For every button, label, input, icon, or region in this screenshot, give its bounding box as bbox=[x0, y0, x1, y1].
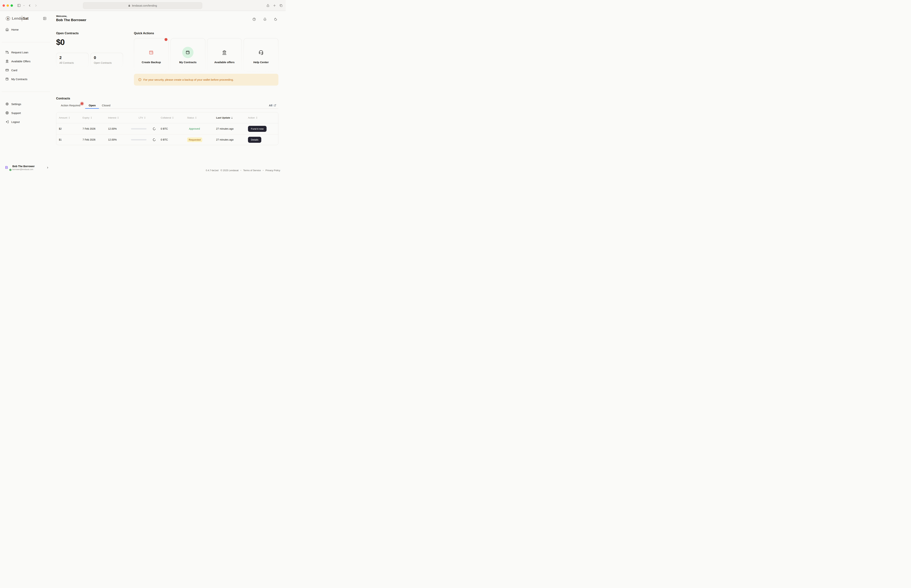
quick-action-label: Help Center bbox=[244, 61, 278, 64]
cell-amount: $2 bbox=[56, 127, 80, 130]
bank-icon bbox=[207, 47, 242, 58]
new-tab-icon[interactable] bbox=[273, 4, 276, 7]
open-contracts-total: $0 bbox=[56, 37, 127, 47]
sidebar-item-request-loan[interactable]: Request Loan bbox=[5, 50, 47, 54]
back-button[interactable] bbox=[28, 4, 31, 7]
sidebar-divider bbox=[2, 42, 50, 42]
details-button[interactable]: Details bbox=[248, 137, 261, 143]
sidebar-item-available-offers[interactable]: Available Offers bbox=[5, 59, 47, 63]
ltv-progress-bar bbox=[131, 128, 147, 129]
verified-badge-icon bbox=[9, 169, 12, 171]
stat-value: 2 bbox=[60, 55, 88, 60]
zoom-window-button[interactable] bbox=[11, 4, 13, 7]
chevron-right-icon bbox=[46, 166, 49, 169]
headset-icon bbox=[244, 47, 278, 58]
tab-open[interactable]: Open bbox=[89, 104, 95, 107]
sidebar-collapse-icon[interactable] bbox=[43, 17, 47, 20]
column-header-ltv[interactable]: LTV bbox=[128, 116, 158, 119]
column-header-amount[interactable]: Amount bbox=[56, 116, 80, 119]
wallet-backup-icon bbox=[134, 47, 168, 58]
user-name: Bob The Borrower bbox=[12, 165, 35, 168]
quick-action-my-contracts[interactable]: My Contracts bbox=[170, 38, 206, 71]
tab-label: Open bbox=[89, 104, 95, 107]
address-bar[interactable]: lendasat.com/lending bbox=[83, 2, 202, 9]
tab-action-required[interactable]: Action Required bbox=[61, 104, 80, 107]
quick-actions-title: Quick Actions bbox=[134, 32, 278, 35]
share-icon[interactable] bbox=[266, 4, 270, 7]
cell-last-update: 27 minutes ago bbox=[213, 138, 246, 141]
sort-icon bbox=[195, 117, 196, 119]
security-warning-banner: For your security, please create a backu… bbox=[134, 74, 278, 86]
cell-ltv bbox=[128, 138, 158, 141]
minimize-window-button[interactable] bbox=[6, 4, 9, 7]
sort-icon bbox=[118, 117, 119, 119]
cell-interest: 12.00% bbox=[105, 127, 128, 130]
table-header: Amount Expiry Interest LTV Collateral St… bbox=[56, 112, 278, 123]
warning-text: For your security, please create a backu… bbox=[143, 78, 234, 81]
bank-icon bbox=[5, 60, 9, 63]
user-menu[interactable]: B Bob The Borrower borrower@lendasat.com bbox=[5, 165, 49, 171]
column-header-last-update[interactable]: Last Update bbox=[213, 116, 246, 119]
column-header-status[interactable]: Status bbox=[184, 116, 213, 119]
stat-tile-all-contracts: 2 All Contracts bbox=[56, 53, 89, 67]
forward-button[interactable] bbox=[34, 4, 38, 7]
backup-alert-dot bbox=[165, 38, 167, 41]
table-row[interactable]: $2 7 Feb 2026 12.00% 0 BTC Approved 27 m… bbox=[56, 123, 278, 134]
sidebar-toggle-icon[interactable] bbox=[17, 4, 21, 7]
stat-tile-open-contracts: 0 Open Contracts bbox=[91, 53, 123, 67]
sort-icon bbox=[69, 117, 70, 119]
footer: 0.4.7-be1ed © 2025 Lendasat • Terms of S… bbox=[206, 169, 280, 172]
sidebar-item-label: Support bbox=[11, 111, 21, 115]
sort-icon bbox=[256, 117, 257, 119]
sidebar-item-card[interactable]: Card bbox=[5, 68, 47, 72]
column-header-collateral[interactable]: Collateral bbox=[158, 116, 184, 119]
tab-label: Action Required bbox=[61, 104, 80, 107]
cell-last-update: 27 minutes ago bbox=[213, 127, 246, 130]
quick-action-label: Create Backup bbox=[134, 61, 168, 64]
cell-ltv bbox=[128, 127, 158, 130]
quick-action-help-center[interactable]: Help Center bbox=[244, 38, 278, 71]
ltv-progress-bar bbox=[131, 139, 147, 141]
contracts-tabs: Action Required Open Closed All bbox=[56, 102, 278, 109]
loading-spinner-icon bbox=[153, 138, 156, 141]
column-header-action[interactable]: Action bbox=[246, 116, 278, 119]
status-approved: Approved bbox=[184, 127, 213, 130]
sidebar-item-label: Logout bbox=[11, 120, 20, 123]
separator-dot: • bbox=[241, 170, 241, 171]
sidebar-item-label: Card bbox=[11, 69, 17, 72]
sort-icon bbox=[91, 117, 92, 119]
sidebar-item-logout[interactable]: Logout bbox=[5, 120, 47, 124]
gear-icon bbox=[5, 102, 9, 106]
sidebar-item-home[interactable]: Home bbox=[5, 27, 47, 32]
browser-chrome: lendasat.com/lending bbox=[0, 0, 286, 11]
app-logo: LendaSat bbox=[12, 16, 29, 21]
sidebar-item-my-contracts[interactable]: My Contracts bbox=[5, 77, 47, 81]
quick-action-label: Available offers bbox=[207, 61, 242, 64]
moon-star-icon[interactable] bbox=[274, 18, 277, 21]
all-contracts-link[interactable]: All bbox=[269, 104, 276, 107]
column-header-expiry[interactable]: Expiry bbox=[80, 116, 105, 119]
quick-action-available-offers[interactable]: Available offers bbox=[207, 38, 242, 71]
welcome-label: Welcome, bbox=[56, 15, 278, 18]
copyright-label: © 2025 Lendasat bbox=[220, 169, 238, 172]
url-text: lendasat.com/lending bbox=[132, 4, 157, 7]
bell-icon[interactable] bbox=[263, 18, 267, 21]
page-title: Bob The Borrower bbox=[56, 18, 278, 22]
terms-of-service-link[interactable]: Terms of Service bbox=[243, 169, 261, 172]
sidebar-item-support[interactable]: Support bbox=[5, 111, 47, 115]
chevron-down-icon[interactable] bbox=[23, 5, 25, 6]
table-row[interactable]: $1 7 Feb 2026 12.00% 0 BTC Requested 27 … bbox=[56, 134, 278, 145]
quick-action-create-backup[interactable]: Create Backup bbox=[134, 38, 169, 71]
external-link-icon bbox=[273, 104, 276, 107]
sidebar-item-settings[interactable]: Settings bbox=[5, 102, 47, 106]
close-window-button[interactable] bbox=[3, 4, 5, 7]
fund-it-now-button[interactable]: Fund it now bbox=[248, 126, 267, 132]
tab-closed[interactable]: Closed bbox=[102, 104, 110, 107]
privacy-policy-link[interactable]: Privacy Policy bbox=[265, 169, 280, 172]
sidebar-item-label: Settings bbox=[11, 103, 21, 106]
tab-overview-icon[interactable] bbox=[279, 4, 283, 7]
column-header-interest[interactable]: Interest bbox=[105, 116, 128, 119]
sidebar-item-label: Home bbox=[11, 28, 19, 31]
help-icon[interactable] bbox=[252, 18, 256, 21]
logout-icon bbox=[5, 120, 9, 123]
